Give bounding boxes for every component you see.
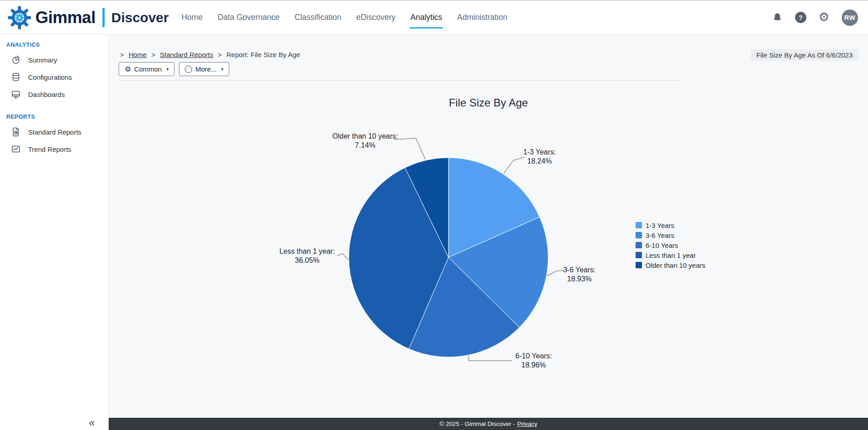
nav-ediscovery[interactable]: eDiscovery (356, 10, 395, 25)
sidebar-item-label: Trend Reports (28, 145, 71, 153)
brand[interactable]: Gimmal Discover (7, 5, 169, 30)
sidebar-heading-analytics: ANALYTICS (0, 34, 108, 51)
sidebar-heading-reports: REPORTS (0, 103, 108, 123)
sidebar-item-standard-reports[interactable]: Standard Reports (0, 123, 108, 140)
nav-home[interactable]: Home (181, 10, 203, 25)
legend-swatch (636, 222, 642, 228)
nav-administration[interactable]: Administration (457, 10, 507, 25)
breadcrumb-separator: > (120, 51, 124, 58)
callout-label: 3-6 Years: (534, 266, 625, 275)
common-dropdown-button[interactable]: ⚙ Common ▾ (119, 62, 174, 76)
sidebar-item-dashboards[interactable]: Dashboards (0, 86, 108, 103)
chart-legend: 1-3 Years 3-6 Years 6-10 Years Less than… (636, 222, 705, 272)
caret-down-icon: ▾ (166, 67, 169, 72)
main-content: > Home > Standard Reports > Report: File… (109, 34, 868, 418)
privacy-link[interactable]: Privacy (517, 420, 537, 427)
sidebar-item-configurations[interactable]: Configurations (0, 68, 108, 86)
sidebar: ANALYTICS Summary Configurations Dashboa… (0, 34, 109, 430)
help-icon[interactable]: ? (795, 12, 806, 23)
breadcrumb-separator: > (151, 51, 155, 58)
legend-item[interactable]: Less than 1 year (636, 252, 705, 258)
callout-label: 6-10 Years: (488, 352, 579, 361)
report-as-of-banner: File Size By Age As Of 6/6/2023 (751, 49, 858, 61)
callout-3-6-years: 3-6 Years: 18.93% (534, 266, 625, 283)
gimmal-gear-logo-icon (7, 5, 32, 30)
legend-swatch (636, 232, 642, 238)
callout-label: Less than 1 year: (262, 247, 352, 256)
legend-label: Less than 1 year (646, 251, 696, 259)
sidebar-collapse-icon[interactable]: « (89, 416, 95, 429)
footer-copyright: © 2025 - Gimmal Discover - (439, 420, 515, 427)
pie-chart-panel: File Size By Age 1-3 Years: 18.24% 3-6 Y… (109, 82, 868, 418)
callout-older-than-10-years: Older than 10 years: 7.14% (320, 132, 410, 150)
brand-separator (102, 8, 105, 27)
breadcrumb-home-link[interactable]: Home (129, 51, 147, 58)
sidebar-item-label: Standard Reports (28, 128, 82, 136)
legend-item[interactable]: 3-6 Years (636, 232, 705, 238)
callout-value: 7.14% (320, 141, 410, 150)
header-actions: ? ⚙ RW (772, 10, 858, 26)
sidebar-item-label: Summary (28, 56, 57, 64)
top-header: Gimmal Discover Home Data Governance Cla… (0, 0, 868, 34)
footer: © 2025 - Gimmal Discover - Privacy (109, 418, 868, 430)
callout-value: 18.93% (534, 275, 625, 284)
legend-label: 3-6 Years (646, 232, 674, 239)
callout-6-10-years: 6-10 Years: 18.96% (488, 352, 579, 369)
more-button-label: More... (195, 65, 217, 73)
report-document-icon (11, 127, 21, 137)
callout-value: 18.96% (488, 361, 579, 370)
sidebar-item-label: Dashboards (28, 91, 65, 98)
ellipsis-circle-icon: ··· (185, 66, 192, 73)
main-nav: Home Data Governance Classification eDis… (181, 10, 507, 25)
callout-label: Older than 10 years: (320, 132, 410, 141)
callout-1-3-years: 1-3 Years: 18.24% (494, 148, 585, 165)
settings-gear-icon[interactable]: ⚙ (819, 11, 829, 24)
sidebar-item-label: Configurations (28, 73, 72, 81)
trend-line-chart-icon (11, 144, 21, 154)
more-dropdown-button[interactable]: ··· More... ▾ (179, 62, 229, 76)
callout-value: 18.24% (494, 157, 585, 166)
toolbar-divider (120, 80, 680, 81)
sidebar-item-summary[interactable]: Summary (0, 51, 108, 68)
legend-swatch (636, 242, 642, 248)
legend-item[interactable]: 6-10 Years (636, 242, 705, 248)
legend-label: 6-10 Years (646, 242, 678, 249)
breadcrumb-standard-reports-link[interactable]: Standard Reports (160, 51, 213, 58)
user-avatar[interactable]: RW (842, 10, 858, 26)
legend-swatch (636, 262, 642, 268)
nav-classification[interactable]: Classification (294, 10, 341, 25)
notifications-bell-icon[interactable] (772, 12, 783, 23)
breadcrumb-current: Report: File Size By Age (227, 51, 300, 58)
database-icon (11, 72, 21, 82)
legend-label: 1-3 Years (646, 222, 674, 229)
brand-name: Gimmal (35, 8, 96, 27)
breadcrumb-separator: > (218, 51, 222, 58)
nav-analytics[interactable]: Analytics (410, 10, 442, 25)
help-glyph: ? (799, 14, 803, 21)
sidebar-item-trend-reports[interactable]: Trend Reports (0, 140, 108, 158)
brand-product: Discover (111, 10, 169, 25)
nav-data-governance[interactable]: Data Governance (217, 10, 280, 25)
legend-item[interactable]: Older than 10 years (636, 262, 705, 268)
breadcrumb: > Home > Standard Reports > Report: File… (120, 51, 300, 58)
legend-label: Older than 10 years (646, 261, 705, 269)
legend-item[interactable]: 1-3 Years (636, 222, 705, 228)
legend-swatch (636, 252, 642, 258)
common-button-label: Common (134, 65, 162, 73)
monitor-icon (11, 89, 21, 99)
pie-chart-icon (11, 55, 21, 65)
callout-label: 1-3 Years: (494, 148, 585, 157)
callout-value: 36.05% (262, 256, 352, 265)
user-initials: RW (844, 14, 856, 21)
callout-less-than-1-year: Less than 1 year: 36.05% (262, 247, 352, 265)
report-toolbar: ⚙ Common ▾ ··· More... ▾ (119, 62, 229, 76)
gear-icon: ⚙ (125, 66, 131, 73)
caret-down-icon: ▾ (221, 67, 223, 72)
